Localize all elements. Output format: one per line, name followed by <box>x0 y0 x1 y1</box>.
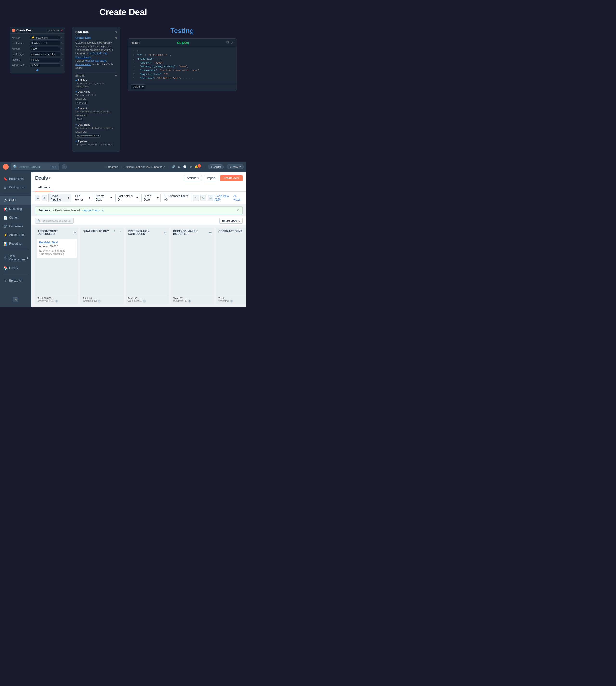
kanban-card-amount-buildship: Amount: $3,000 <box>39 245 74 248</box>
restore-deals-link[interactable]: Restore Deals. ↗ <box>81 209 104 212</box>
search-box[interactable]: 🔍 Search HubSpot ⌘ K <box>11 163 59 170</box>
col-toggle-1[interactable]: ‹ <box>75 231 76 234</box>
deals-title: Deals ▾ <box>35 175 50 181</box>
create-date-filter[interactable]: Create Date ▾ <box>94 194 114 202</box>
sidebar-item-automations[interactable]: ⚡ Automations <box>0 231 31 239</box>
col-weighted-info-icon-4[interactable]: i <box>188 300 191 303</box>
sidebar-item-workspaces[interactable]: ⊞ Workspaces <box>0 183 31 192</box>
automations-icon: ⚡ <box>3 233 7 237</box>
node-slider <box>12 69 63 71</box>
add-view-btn[interactable]: + Add view (2/5) <box>215 194 232 201</box>
import-btn[interactable]: Import <box>204 175 218 181</box>
close-date-filter[interactable]: Close Date ▾ <box>141 194 160 202</box>
api-doc-link[interactable]: HubSpot API Key Documentation <box>75 52 107 59</box>
success-banner: Success. 2 Deals were deleted. Restore D… <box>35 206 243 214</box>
tab-all-deals[interactable]: All deals <box>35 184 53 191</box>
undo-btn[interactable]: ↩ <box>193 195 199 201</box>
close-icon[interactable]: ✕ <box>61 29 63 32</box>
slider-dot <box>36 69 38 71</box>
code-icon[interactable]: </> <box>51 29 55 32</box>
col-toggle-4[interactable]: ‹ <box>211 231 212 234</box>
nav-add-btn[interactable]: + <box>62 164 67 169</box>
sidebar-item-data-management[interactable]: 🗄 Data Management ▶ <box>0 252 31 263</box>
inputs-edit-icon[interactable]: ✎ <box>115 74 117 77</box>
success-close-btn[interactable]: ✕ <box>237 209 239 212</box>
clock-icon[interactable]: 🕐 <box>183 165 186 168</box>
play-icon[interactable]: ▷ <box>48 29 50 32</box>
board-toolbar: 🔍 Search name or descript Board options <box>31 216 246 225</box>
sidebar-item-breeze-ai[interactable]: + Breeze AI <box>0 276 31 285</box>
deal-owner-filter[interactable]: Deal owner ▾ <box>73 194 92 202</box>
sidebar-item-library[interactable]: 📚 Library <box>0 263 31 272</box>
api-key-copy-icon[interactable]: ⧉ <box>57 36 58 39</box>
grid-view-btn[interactable]: ⊞ <box>42 195 47 201</box>
hubspot-logo[interactable] <box>3 164 9 170</box>
sidebar-item-commerce[interactable]: 🛒 Commerce <box>0 222 31 231</box>
col-toggle-2[interactable]: ‹ <box>120 230 121 233</box>
deals-title-row: Deals ▾ Actions ▾ Import Create deal <box>35 175 243 181</box>
col-weighted-4: Weighted: $0 i <box>173 300 212 303</box>
col-weighted-info-icon-1[interactable]: i <box>55 300 58 303</box>
sidebar-item-marketing[interactable]: 📢 Marketing <box>0 205 31 213</box>
node-info-edit-icon[interactable]: ✎ <box>115 36 117 40</box>
kanban-col-decision-maker: DECISION MAKER BOUGHT-... 0 ‹ Total: $0 … <box>171 228 214 304</box>
input-pipeline: ⇒ Pipeline The pipeline to which the dea… <box>75 140 117 146</box>
user-avatar: ● <box>229 165 231 168</box>
board-search[interactable]: 🔍 Search name or descript <box>35 218 74 223</box>
copy-result-icon[interactable]: ⧉ <box>226 40 229 45</box>
all-views-btn[interactable]: All views <box>234 194 243 201</box>
kanban-col-header-3: PRESENTATION SCHEDULED 0 ‹ <box>126 228 169 237</box>
kanban-col-footer-4: Total: $0 Weighted: $0 i <box>171 295 214 304</box>
result-icons: ⧉ ⤢ <box>226 40 234 45</box>
sidebar-item-bookmarks[interactable]: 🔖 Bookmarks <box>0 174 31 183</box>
create-deal-btn[interactable]: Create deal <box>220 175 243 181</box>
library-icon: 📚 <box>3 266 7 270</box>
sidebar-collapse-btn[interactable]: ◀ <box>0 295 31 304</box>
actions-btn[interactable]: Actions ▾ <box>184 175 202 181</box>
grid-icon[interactable]: ⊞ <box>178 165 180 168</box>
sidebar-item-content[interactable]: 📄 Content <box>0 213 31 222</box>
copy-btn[interactable]: ⧉ <box>200 195 206 201</box>
node-info-close-btn[interactable]: ✕ <box>114 30 117 34</box>
last-activity-filter[interactable]: Last Activity D... ▾ <box>115 194 140 202</box>
explore-btn[interactable]: Explore Spotlight: 200+ updates ↗ <box>125 165 165 168</box>
sidebar-item-crm[interactable]: ◎ CRM <box>0 196 31 205</box>
settings-icon[interactable]: ⚙ <box>190 165 192 168</box>
kanban-col-body-2 <box>80 234 124 295</box>
link-icon[interactable]: 🔗 <box>172 165 175 168</box>
kanban-card-title-buildship[interactable]: Buildship Deal <box>39 241 74 244</box>
pipeline-select[interactable]: Deals Pipeline ▾ <box>48 194 71 202</box>
user-btn[interactable]: ● Rowy ▾ <box>227 164 243 169</box>
board-options-btn[interactable]: Board options <box>219 218 243 223</box>
pipeline-edit-icon[interactable]: ✎ <box>61 59 63 61</box>
col-weighted-2: Weighted: $0 i <box>83 300 121 303</box>
amount-edit-icon[interactable]: ✎ <box>61 48 63 50</box>
board-search-placeholder: Search name or descript <box>42 219 71 222</box>
deals-title-dropdown-icon[interactable]: ▾ <box>49 176 50 180</box>
col-weighted-info-icon-5[interactable]: i <box>230 300 233 303</box>
col-name-1: APPOINTMENT SCHEDULED <box>38 230 74 235</box>
api-key-edit-icon[interactable]: ✎ <box>61 37 63 39</box>
node-info-header: Node Info ✕ <box>75 30 117 34</box>
advanced-filters-btn[interactable]: ☰ Advanced filters (0) <box>162 194 192 202</box>
col-total-3: Total: $0 <box>128 297 167 300</box>
expand-result-icon[interactable]: ⤢ <box>230 40 234 45</box>
list-view-btn[interactable]: ☰ <box>35 195 40 201</box>
col-weighted-info-icon-3[interactable]: i <box>143 300 146 303</box>
col-toggle-3[interactable]: ‹ <box>166 231 167 234</box>
more-icon[interactable]: ••• <box>56 29 59 32</box>
upgrade-btn[interactable]: ⬆ Upgrade <box>105 165 118 168</box>
additional-edit-icon[interactable]: ✎ <box>61 64 63 67</box>
collapse-icon[interactable]: ◀ <box>13 297 18 302</box>
stages-doc-link[interactable]: HubSpot deal stages documentation <box>75 60 107 66</box>
sidebar-item-reporting[interactable]: 📊 Reporting <box>0 239 31 248</box>
columns-btn[interactable]: ⊟ <box>208 195 214 201</box>
format-select[interactable]: JSON <box>131 85 145 89</box>
copilot-btn[interactable]: + Copilot <box>208 165 224 169</box>
kanban-col-qualified-to-buy: QUALIFIED TO BUY 0 ‹ Total: $0 Weighted:… <box>80 228 124 304</box>
notification-wrapper: 🔔 1 <box>195 165 201 169</box>
col-weighted-info-icon-2[interactable]: i <box>98 300 101 303</box>
create-date-dropdown-icon: ▾ <box>110 196 112 199</box>
deal-name-edit-icon[interactable]: ✎ <box>61 42 63 45</box>
deal-stage-edit-icon[interactable]: ✎ <box>61 53 63 56</box>
